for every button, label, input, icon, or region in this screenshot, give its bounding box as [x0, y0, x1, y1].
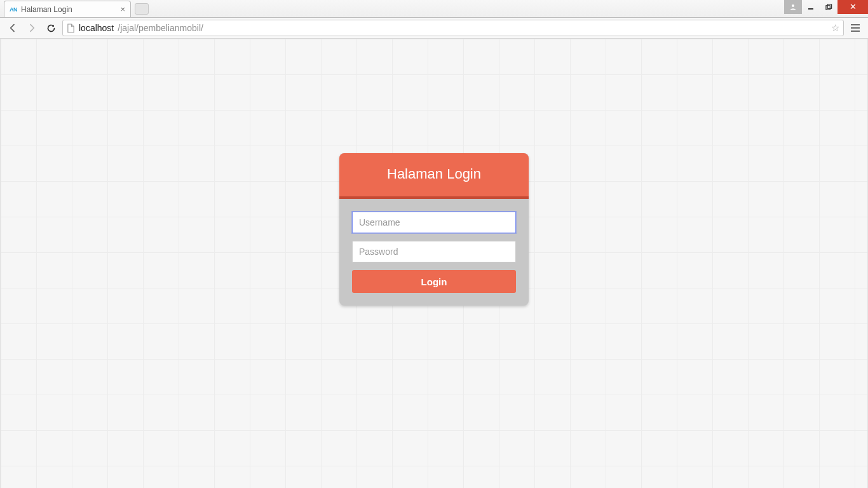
- svg-point-0: [792, 4, 794, 7]
- browser-toolbar: localhost/jajal/pembelianmobil/ ☆: [0, 18, 868, 39]
- login-header: Halaman Login: [339, 153, 529, 199]
- browser-tab-active[interactable]: AN Halaman Login ×: [4, 1, 131, 17]
- forward-button[interactable]: [24, 20, 39, 36]
- user-icon[interactable]: [784, 0, 802, 14]
- login-card: Halaman Login Login: [339, 153, 529, 306]
- browser-menu-button[interactable]: [848, 20, 863, 36]
- reload-button[interactable]: [43, 20, 58, 36]
- page-icon: [67, 24, 75, 33]
- svg-rect-3: [827, 4, 831, 8]
- favicon: AN: [10, 6, 17, 13]
- window-minimize-button[interactable]: [802, 0, 820, 14]
- page-viewport: Halaman Login Login: [0, 39, 868, 488]
- bookmark-star-icon[interactable]: ☆: [831, 22, 839, 34]
- username-input[interactable]: [352, 212, 516, 233]
- login-button[interactable]: Login: [352, 270, 516, 293]
- window-controls: ✕: [784, 0, 868, 14]
- svg-rect-2: [825, 5, 829, 9]
- window-close-button[interactable]: ✕: [837, 0, 868, 14]
- login-form: Login: [339, 199, 529, 306]
- tab-close-icon[interactable]: ×: [120, 5, 125, 13]
- svg-rect-1: [808, 8, 813, 10]
- window-maximize-button[interactable]: [820, 0, 837, 14]
- back-button[interactable]: [5, 20, 20, 36]
- new-tab-button[interactable]: [135, 3, 149, 15]
- tab-title: Halaman Login: [21, 5, 116, 14]
- address-bar[interactable]: localhost/jajal/pembelianmobil/ ☆: [62, 20, 844, 36]
- browser-tab-strip: AN Halaman Login × ✕: [0, 0, 868, 18]
- url-path: /jajal/pembelianmobil/: [118, 23, 203, 33]
- password-input[interactable]: [352, 241, 516, 262]
- url-host: localhost: [79, 23, 114, 33]
